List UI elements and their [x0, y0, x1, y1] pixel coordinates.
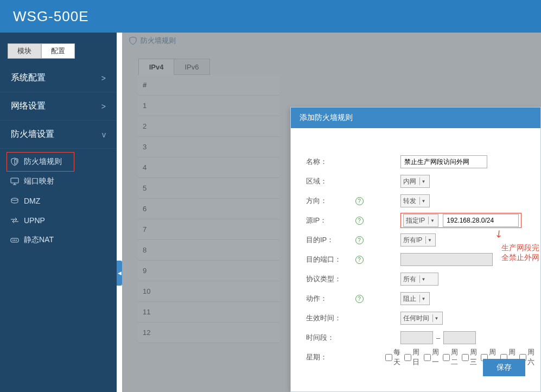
- sidebar-tabs: 模块 配置: [8, 43, 117, 59]
- name-input[interactable]: [400, 155, 487, 168]
- modal-body: 名称： 区域： 内网▼ 方向： ? 转发▼ 源IP： ?: [291, 128, 540, 372]
- sidebar-item-label: 端口映射: [24, 176, 54, 186]
- sidebar-item-snat[interactable]: 静态NAT: [0, 230, 117, 250]
- nav-label: 防火墙设置: [11, 129, 54, 140]
- nav-section-network[interactable]: 网络设置 >: [0, 92, 117, 121]
- weekday-option[interactable]: 周日: [404, 347, 420, 367]
- sidebar-item-portmap[interactable]: 端口映射: [0, 172, 117, 191]
- weekday-checkbox[interactable]: [424, 354, 431, 361]
- label-direction: 方向：: [306, 196, 353, 206]
- row-src-ip: 源IP： ? 指定IP▼: [306, 211, 535, 230]
- shield-icon: [10, 157, 20, 166]
- time-to-input[interactable]: [443, 331, 476, 344]
- eff-time-select[interactable]: 任何时间▼: [400, 312, 443, 325]
- weekday-checkbox[interactable]: [385, 354, 392, 361]
- help-icon[interactable]: ?: [355, 295, 364, 303]
- zone-select[interactable]: 内网▼: [400, 175, 430, 188]
- chevron-right-icon: >: [101, 74, 106, 83]
- nav-label: 系统配置: [11, 72, 46, 84]
- label-action: 动作：: [306, 294, 353, 304]
- sidebar-item-label: 静态NAT: [24, 235, 54, 245]
- row-name: 名称：: [306, 152, 535, 172]
- help-icon[interactable]: ?: [355, 197, 364, 205]
- sidebar-item-label: DMZ: [24, 197, 40, 205]
- sidebar-item-firewall-rules[interactable]: 防火墙规则: [0, 152, 117, 172]
- svg-point-3: [11, 198, 18, 200]
- sidebar: 模块 配置 系统配置 > 网络设置 > 防火墙设置 v 防火墙规则 端口映射: [0, 33, 117, 392]
- chevron-down-icon: ▼: [428, 217, 436, 224]
- label-eff-time: 生效时间：: [306, 313, 353, 323]
- nav-section-firewall[interactable]: 防火墙设置 v: [0, 121, 117, 149]
- svg-point-6: [14, 240, 15, 241]
- weekday-checkbox[interactable]: [404, 354, 411, 361]
- chevron-down-icon: ▼: [419, 197, 427, 205]
- row-time-range: 时间段： –: [306, 328, 535, 347]
- label-weekdays: 星期：: [306, 352, 341, 362]
- direction-select[interactable]: 转发▼: [400, 194, 430, 207]
- chevron-right-icon: >: [101, 102, 106, 111]
- help-icon[interactable]: ?: [355, 256, 364, 264]
- src-ip-input[interactable]: [443, 214, 519, 227]
- nav-sub-firewall: 防火墙规则 端口映射 DMZ UPNP 静态NAT: [0, 149, 117, 253]
- sidebar-item-upnp[interactable]: UPNP: [0, 211, 117, 230]
- add-rule-modal: 添加防火墙规则 名称： 区域： 内网▼ 方向： ? 转发▼: [290, 107, 541, 392]
- sidebar-item-label: UPNP: [24, 216, 45, 225]
- app-header: WSG-500E: [0, 0, 541, 33]
- src-ip-highlight: 指定IP▼: [400, 213, 521, 228]
- row-proto: 协议类型： 所有▼: [306, 269, 535, 289]
- weekday-option[interactable]: 每天: [385, 347, 401, 367]
- weekday-checkbox[interactable]: [462, 354, 469, 361]
- range-separator: –: [436, 334, 440, 342]
- chevron-down-icon: ▼: [419, 178, 427, 185]
- sidebar-tab-config[interactable]: 配置: [41, 43, 75, 59]
- swap-icon: [10, 216, 20, 225]
- svg-point-7: [16, 240, 17, 241]
- modal-title: 添加防火墙规则: [291, 108, 540, 128]
- chevron-down-icon: ▼: [419, 275, 427, 283]
- monitor-icon: [10, 177, 20, 186]
- row-eff-time: 生效时间： 任何时间▼: [306, 308, 535, 328]
- main-content: 防火墙规则 IPv4 IPv6 # 1 2 3 4 5 6 7 8 9 10 1…: [122, 33, 541, 392]
- label-src-ip: 源IP：: [306, 216, 353, 225]
- row-action: 动作： ? 阻止▼: [306, 289, 535, 308]
- help-icon[interactable]: ?: [355, 236, 364, 244]
- row-dst-ip: 目的IP： ? 所有IP▼: [306, 230, 535, 250]
- label-dst-ip: 目的IP：: [306, 235, 353, 245]
- weekday-option[interactable]: 周三: [462, 347, 478, 367]
- label-name: 名称：: [306, 157, 353, 167]
- row-direction: 方向： ? 转发▼: [306, 191, 535, 211]
- sidebar-collapse-handle[interactable]: ◀: [117, 261, 122, 286]
- label-time-range: 时间段：: [306, 333, 353, 343]
- nav-label: 网络设置: [11, 100, 46, 112]
- row-dst-port: 目的端口： ?: [306, 250, 535, 269]
- weekday-option[interactable]: 周一: [424, 347, 440, 367]
- nat-icon: [10, 236, 20, 244]
- dst-ip-select[interactable]: 所有IP▼: [400, 233, 436, 246]
- dmz-icon: [10, 197, 20, 205]
- chevron-down-icon: ▼: [419, 295, 427, 302]
- label-dst-port: 目的端口：: [306, 255, 353, 264]
- save-button[interactable]: 保存: [483, 359, 525, 376]
- sidebar-item-dmz[interactable]: DMZ: [0, 191, 117, 211]
- nav-section-system[interactable]: 系统配置 >: [0, 64, 117, 92]
- label-proto: 协议类型：: [306, 274, 353, 284]
- weekday-option[interactable]: 周二: [443, 347, 459, 367]
- time-from-input[interactable]: [400, 331, 433, 344]
- chevron-down-icon: ▼: [425, 236, 433, 244]
- action-select[interactable]: 阻止▼: [400, 292, 430, 305]
- sidebar-item-label: 防火墙规则: [24, 157, 62, 167]
- row-zone: 区域： 内网▼: [306, 172, 535, 191]
- src-ip-mode-select[interactable]: 指定IP▼: [403, 214, 438, 227]
- chevron-down-icon: ▼: [432, 314, 440, 322]
- label-zone: 区域：: [306, 176, 353, 186]
- weekday-checkbox[interactable]: [443, 354, 450, 361]
- sidebar-tab-module[interactable]: 模块: [8, 43, 41, 59]
- svg-point-5: [12, 240, 14, 241]
- app-title: WSG-500E: [13, 8, 89, 25]
- chevron-down-icon: v: [102, 130, 106, 139]
- svg-rect-0: [11, 178, 18, 183]
- help-icon[interactable]: ?: [355, 217, 364, 225]
- dst-port-input[interactable]: [400, 253, 493, 266]
- proto-select[interactable]: 所有▼: [400, 273, 438, 286]
